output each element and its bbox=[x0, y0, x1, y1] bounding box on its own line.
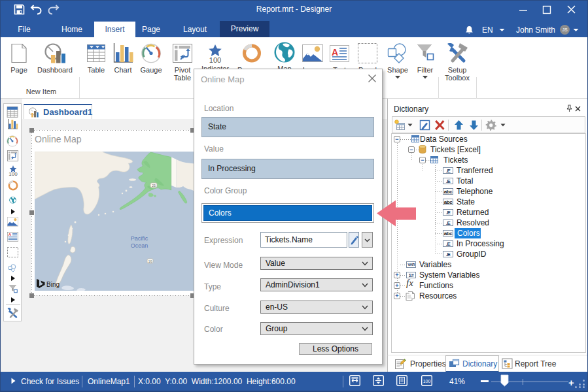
svg-text:16: 16 bbox=[148, 259, 152, 263]
svg-text:Pacific: Pacific bbox=[131, 235, 148, 242]
svg-text:Bing: Bing bbox=[46, 281, 60, 288]
svg-text:A: A bbox=[332, 47, 338, 57]
svg-text:100: 100 bbox=[423, 379, 431, 384]
svg-text:A: A bbox=[9, 232, 12, 237]
svg-text:25: 25 bbox=[152, 184, 156, 188]
svg-text:Ocean: Ocean bbox=[131, 242, 148, 249]
